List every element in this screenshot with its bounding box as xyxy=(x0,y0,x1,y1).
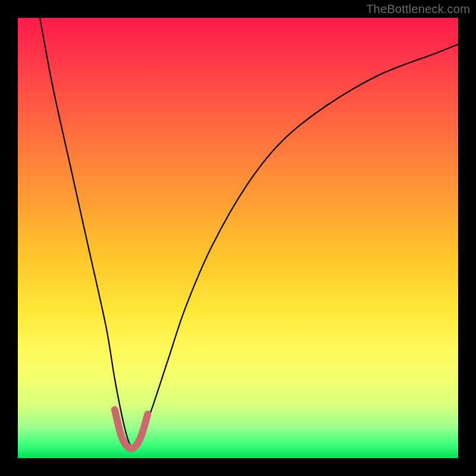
curve-layer xyxy=(18,18,458,458)
plot-area xyxy=(18,18,458,458)
bottleneck-curve-path xyxy=(40,18,458,448)
watermark-text: TheBottleneck.com xyxy=(366,2,470,16)
valley-highlight-path xyxy=(115,410,148,449)
chart-frame: TheBottleneck.com xyxy=(0,0,476,476)
